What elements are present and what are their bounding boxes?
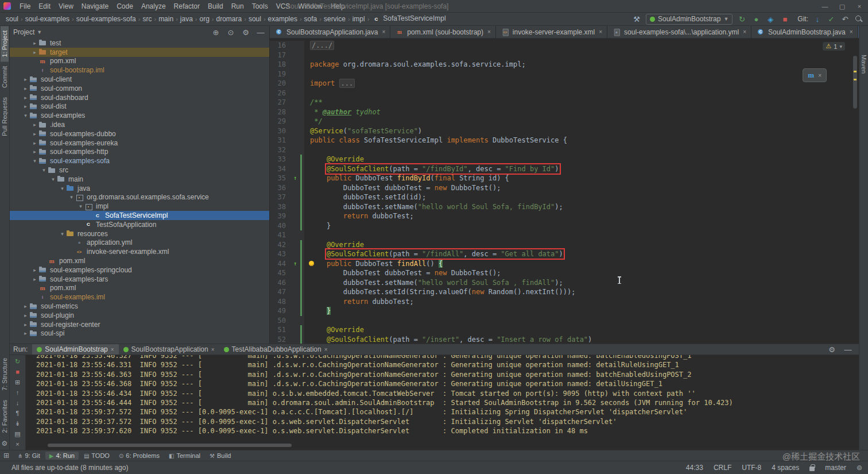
breadcrumb-item-soul[interactable]: soul xyxy=(5,15,20,23)
indent-setting[interactable]: 4 spaces xyxy=(772,464,799,472)
tree-item-soul-examples-dubbo[interactable]: ▸soul-examples-dubbo xyxy=(10,129,269,138)
close-tab-icon[interactable]: × xyxy=(324,346,328,353)
editor-gutter[interactable]: 34 xyxy=(270,164,304,174)
tree-item-soul-register-center[interactable]: ▸soul-register-center xyxy=(10,320,269,329)
editor-gutter[interactable]: 17 xyxy=(270,51,304,60)
code-text[interactable]: public DubboTest findById(final String i… xyxy=(304,174,859,183)
breadcrumb-item-soul[interactable]: soul xyxy=(247,15,262,23)
code-text[interactable]: package org.dromara.soul.examples.sofa.s… xyxy=(304,60,859,70)
editor-gutter[interactable]: 26 xyxy=(270,88,304,98)
editor-gutter[interactable]: 35↑ xyxy=(270,174,304,183)
menu-code[interactable]: Code xyxy=(113,1,137,11)
chevron-down-icon[interactable]: ▾ xyxy=(50,176,56,182)
editor-gutter[interactable]: 51 xyxy=(270,325,304,335)
chevron-right-icon[interactable]: ▸ xyxy=(32,131,38,137)
chevron-down-icon[interactable]: ▾ xyxy=(78,203,84,209)
override-marker-icon[interactable]: ↑ xyxy=(293,174,297,183)
tree-item-resources[interactable]: ▾resources xyxy=(10,229,269,238)
toolwindow-git-button[interactable]: ⋔9: Git xyxy=(14,452,44,460)
minimize-button[interactable]: — xyxy=(816,0,834,13)
intention-bulb-icon[interactable] xyxy=(309,261,314,266)
chevron-right-icon[interactable]: ▸ xyxy=(32,149,38,155)
line-separator[interactable]: CRLF xyxy=(714,464,731,472)
code-text[interactable]: @Service("sofaTestService") xyxy=(304,126,859,136)
menu-navigate[interactable]: Navigate xyxy=(78,1,113,11)
code-text[interactable]: } xyxy=(304,306,859,316)
chevron-down-icon[interactable]: ▾ xyxy=(41,167,47,173)
git-branch[interactable]: master xyxy=(825,464,846,472)
code-text[interactable]: dubboTest.setId(id); xyxy=(304,192,859,202)
down-stack-trace-icon[interactable]: ↓ xyxy=(13,398,22,407)
chevron-down-icon[interactable]: ▼ xyxy=(37,29,42,35)
rerun-icon[interactable]: ↻ xyxy=(13,357,22,366)
breadcrumb-item-soul-examples-sofa[interactable]: soul-examples-sofa xyxy=(75,15,137,23)
editor-tab-souladminbootstrap-java[interactable]: CSoulAdminBootstrap.java× xyxy=(751,26,858,38)
horizontal-scrollbar[interactable] xyxy=(48,444,292,447)
chevron-right-icon[interactable]: ▸ xyxy=(22,313,29,318)
editor-gutter[interactable]: 32 xyxy=(270,145,304,155)
tree-item-soul-examples-http[interactable]: ▸soul-examples-http xyxy=(10,148,269,157)
stripe-button-2-favorites[interactable]: 2: Favorites xyxy=(1,395,9,437)
clear-console-icon[interactable]: × xyxy=(13,440,22,449)
override-marker-icon[interactable]: ↑ xyxy=(293,259,297,269)
editor-tab-invoke-server-example-xml[interactable]: <>invoke-server-example.xml× xyxy=(496,26,607,38)
editor-gutter[interactable]: 29 xyxy=(270,117,304,126)
tree-item-soul-dist[interactable]: ▸soul-dist xyxy=(10,102,269,111)
chevron-right-icon[interactable]: ▸ xyxy=(32,49,38,55)
up-stack-trace-icon[interactable]: ↑ xyxy=(13,388,22,397)
menu-file[interactable]: File xyxy=(16,1,34,11)
git-update-icon[interactable]: ↓ xyxy=(812,14,823,24)
editor-gutter[interactable]: 50 xyxy=(270,316,304,326)
search-everywhere-icon[interactable] xyxy=(854,14,863,24)
tree-item-impl[interactable]: ▾impl xyxy=(10,202,269,211)
tree-item-pom-xml[interactable]: mpom.xml xyxy=(10,284,269,293)
editor-gutter[interactable]: 33 xyxy=(270,155,304,164)
chevron-down-icon[interactable]: ▾ xyxy=(22,113,29,118)
code-text[interactable]: dubboTest.setId(String.valueOf(new Rando… xyxy=(304,287,859,297)
code-text[interactable]: import ... xyxy=(304,79,859,88)
tree-item-soul-spi[interactable]: ▸soul-spi xyxy=(10,329,269,338)
run-tab-soulbootstrapapplication[interactable]: SoulBootstrapApplication× xyxy=(119,344,219,354)
tree-item-soul-metrics[interactable]: ▸soul-metrics xyxy=(10,302,269,311)
tree-item-soul-common[interactable]: ▸soul-common xyxy=(10,84,269,93)
run-configuration-select[interactable]: SoulAdminBootstrap ▼ xyxy=(646,14,733,25)
code-text[interactable] xyxy=(304,316,859,326)
restore-layout-icon[interactable]: ⊞ xyxy=(13,377,22,387)
tree-item-java[interactable]: ▾java xyxy=(10,184,269,193)
editor-gutter[interactable]: 45 xyxy=(270,268,304,278)
code-text[interactable]: * @author tydhot xyxy=(304,107,859,117)
tree-item-soul-examples-sofa[interactable]: ▾soul-examples-sofa xyxy=(10,156,269,165)
chevron-right-icon[interactable]: ▸ xyxy=(22,103,29,109)
close-button[interactable]: × xyxy=(851,0,868,13)
run-icon[interactable]: ↻ xyxy=(737,14,747,24)
code-editor[interactable]: ⚠ 1 ▾ m × 16/.../1718package org.dromara… xyxy=(270,38,859,344)
tree-item-invoke-server-example-xml[interactable]: <>invoke-server-example.xml xyxy=(10,247,269,256)
chevron-down-icon[interactable]: ▾ xyxy=(32,158,38,164)
editor-gutter[interactable]: 27 xyxy=(270,98,304,107)
toolwindow-todo-button[interactable]: ▤TODO xyxy=(80,452,114,460)
editor-gutter[interactable]: 18 xyxy=(270,60,304,70)
code-text[interactable]: @SoulSofaClient(path = "/findById", desc… xyxy=(304,164,859,174)
breadcrumb-item-dromara[interactable]: dromara xyxy=(215,15,243,23)
menu-run[interactable]: Run xyxy=(227,1,248,11)
file-encoding[interactable]: UTF-8 xyxy=(742,464,761,472)
stop-icon[interactable]: ■ xyxy=(780,14,790,24)
stop-icon[interactable]: ■ xyxy=(13,367,22,376)
chevron-down-icon[interactable]: ▾ xyxy=(59,231,65,237)
code-text[interactable]: /** xyxy=(304,98,859,107)
editor-gutter[interactable]: 44↑ xyxy=(270,259,304,269)
breadcrumb-item-service[interactable]: service xyxy=(323,15,347,23)
breadcrumb-item-examples[interactable]: examples xyxy=(267,15,299,23)
menu-view[interactable]: View xyxy=(55,1,78,11)
tree-item-soul-client[interactable]: ▸soul-client xyxy=(10,75,269,84)
tree-item-target[interactable]: ▸target xyxy=(10,48,269,57)
settings-gear-icon[interactable]: ⚙ xyxy=(241,27,251,37)
stripe-button-maven[interactable]: Maven xyxy=(860,50,868,78)
breadcrumb-item-org[interactable]: org xyxy=(199,15,211,23)
code-text[interactable]: */ xyxy=(304,117,859,126)
editor-gutter[interactable]: 38 xyxy=(270,202,304,212)
git-revert-icon[interactable]: ↶ xyxy=(840,14,850,24)
breadcrumb-item-java[interactable]: java xyxy=(179,15,194,23)
chevron-right-icon[interactable]: ▸ xyxy=(32,40,38,46)
editor-gutter[interactable]: 19 xyxy=(270,70,304,79)
